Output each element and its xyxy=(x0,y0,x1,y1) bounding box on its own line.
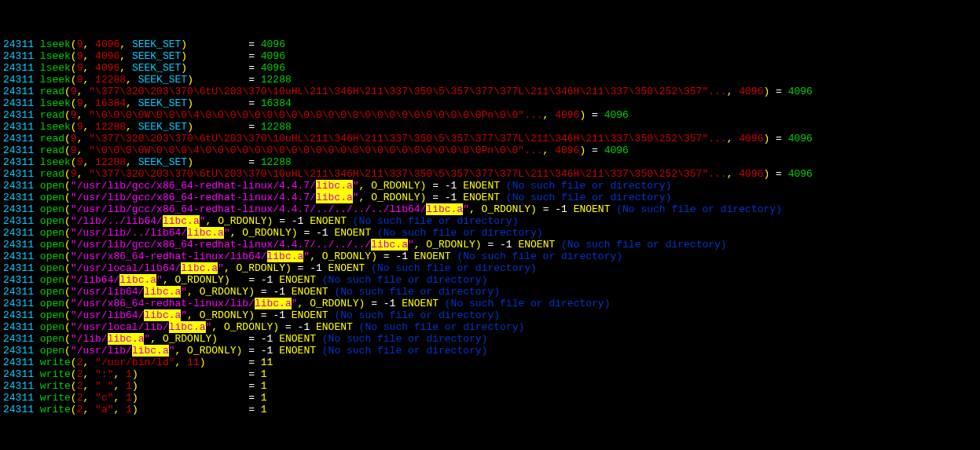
trace-line: 24311 open("/usr/lib/gcc/x86_64-redhat-l… xyxy=(3,192,980,203)
trace-line: 24311 open("/usr/x86_64-redhat-linux/lib… xyxy=(3,251,980,262)
highlight-match: libc.a xyxy=(426,203,463,215)
trace-line: 24311 open("/usr/lib64/libc.a", O_RDONLY… xyxy=(3,286,980,298)
trace-line: 24311 open("/usr/x86_64-redhat-linux/lib… xyxy=(3,298,980,309)
trace-line: 24311 lseek(9, 4096, SEEK_SET) = 4096 xyxy=(3,62,980,74)
highlight-match: libc.a xyxy=(169,321,206,333)
highlight-match: libc.a xyxy=(144,309,181,321)
trace-line: 24311 write(2, "a", 1) = 1 xyxy=(3,404,980,415)
trace-line: 24311 read(9, "\377\320\203\370\6tU\203\… xyxy=(3,168,980,180)
highlight-match: libc.a xyxy=(316,192,353,203)
highlight-match: libc.a xyxy=(316,180,353,192)
trace-line: 24311 write(2, "/usr/bin/ld", 11) = 11 xyxy=(3,357,980,368)
trace-line: 24311 open("/usr/local/lib/libc.a", O_RD… xyxy=(3,321,980,333)
trace-line: 24311 open("/usr/lib/libc.a", O_RDONLY) … xyxy=(3,345,980,357)
strace-output: 24311 lseek(9, 4096, SEEK_SET) = 4096243… xyxy=(3,38,980,415)
trace-line: 24311 read(9, "\377\320\203\370\6tU\203\… xyxy=(3,133,980,145)
trace-line: 24311 lseek(9, 4096, SEEK_SET) = 4096 xyxy=(3,38,980,50)
highlight-match: libc.a xyxy=(108,333,145,345)
trace-line: 24311 open("/usr/lib/gcc/x86_64-redhat-l… xyxy=(3,180,980,192)
trace-line: 24311 open("/usr/lib/../lib64/libc.a", O… xyxy=(3,227,980,239)
trace-line: 24311 read(9, "\0\0\0\0W\0\0\0\4\0\0\0\0… xyxy=(3,145,980,156)
trace-line: 24311 write(2, " ", 1) = 1 xyxy=(3,380,980,392)
highlight-match: libc.a xyxy=(267,251,304,262)
trace-line: 24311 open("/lib64/libc.a", O_RDONLY) = … xyxy=(3,274,980,286)
trace-line: 24311 open("/usr/lib/gcc/x86_64-redhat-l… xyxy=(3,239,980,251)
trace-line: 24311 read(9, "\377\320\203\370\6tU\203\… xyxy=(3,86,980,97)
trace-line: 24311 write(2, ":", 1) = 1 xyxy=(3,368,980,380)
highlight-match: libc.a xyxy=(119,274,156,286)
trace-line: 24311 lseek(9, 16384, SEEK_SET) = 16384 xyxy=(3,97,980,109)
highlight-match: libc.a xyxy=(132,345,169,357)
trace-line: 24311 read(9, "\0\0\0\0W\0\0\0\4\0\0\0\0… xyxy=(3,109,980,121)
highlight-match: libc.a xyxy=(371,239,408,251)
trace-line: 24311 open("/usr/lib/gcc/x86_64-redhat-l… xyxy=(3,203,980,215)
highlight-match: libc.a xyxy=(163,215,200,227)
trace-line: 24311 write(2, "c", 1) = 1 xyxy=(3,392,980,404)
trace-line: 24311 lseek(9, 12288, SEEK_SET) = 12288 xyxy=(3,74,980,86)
trace-line: 24311 open("/usr/lib64/libc.a", O_RDONLY… xyxy=(3,309,980,321)
highlight-match: libc.a xyxy=(144,286,181,298)
highlight-match: libc.a xyxy=(187,227,224,239)
trace-line: 24311 open("/lib/libc.a", O_RDONLY) = -1… xyxy=(3,333,980,345)
highlight-match: libc.a xyxy=(255,298,292,309)
trace-line: 24311 open("/lib/../lib64/libc.a", O_RDO… xyxy=(3,215,980,227)
trace-line: 24311 lseek(9, 4096, SEEK_SET) = 4096 xyxy=(3,50,980,62)
trace-line: 24311 lseek(9, 12288, SEEK_SET) = 12288 xyxy=(3,156,980,168)
trace-line: 24311 lseek(9, 12288, SEEK_SET) = 12288 xyxy=(3,121,980,133)
highlight-match: libc.a xyxy=(181,262,218,274)
trace-line: 24311 open("/usr/local/lib64/libc.a", O_… xyxy=(3,262,980,274)
